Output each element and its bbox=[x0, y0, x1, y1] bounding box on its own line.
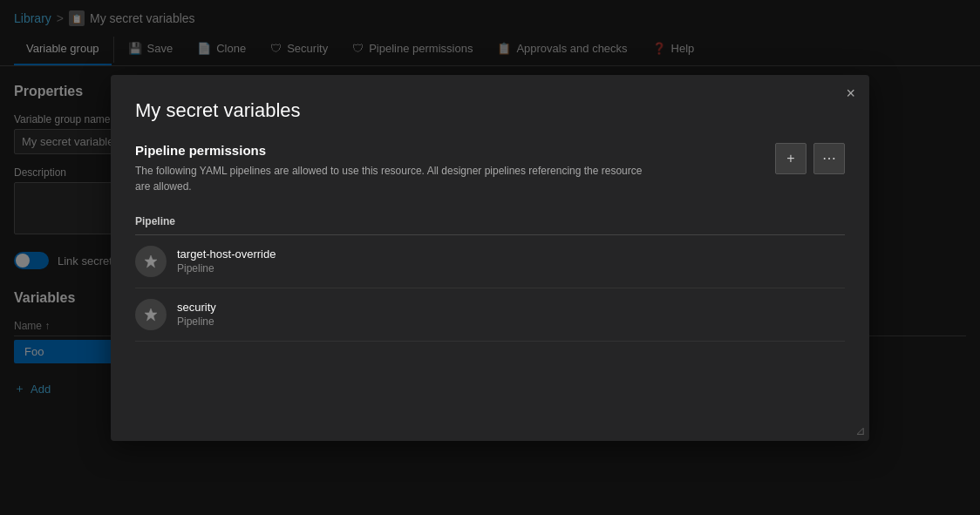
pipeline-name-0: target-host-override bbox=[177, 247, 276, 261]
pipeline-name-1: security bbox=[177, 301, 216, 314]
modal-close-button[interactable]: × bbox=[846, 85, 855, 101]
pipeline-list: target-host-override Pipeline security P… bbox=[135, 235, 845, 342]
pipeline-icon-1 bbox=[135, 299, 167, 330]
modal-resize-handle[interactable]: ⊿ bbox=[855, 424, 866, 437]
more-options-button[interactable]: ⋯ bbox=[813, 143, 845, 174]
modal-pipeline-permissions-section: Pipeline permissions The following YAML … bbox=[135, 143, 845, 194]
modal-overlay[interactable]: × My secret variables Pipeline permissio… bbox=[0, 0, 980, 515]
pipeline-column-header: Pipeline bbox=[135, 208, 845, 235]
pipeline-item-1[interactable]: security Pipeline bbox=[135, 288, 845, 342]
add-pipeline-button[interactable]: + bbox=[775, 143, 806, 174]
modal-section-description: The following YAML pipelines are allowed… bbox=[135, 163, 658, 194]
pipeline-type-0: Pipeline bbox=[177, 262, 276, 274]
pipeline-info-0: target-host-override Pipeline bbox=[177, 247, 276, 274]
pipeline-item-0[interactable]: target-host-override Pipeline bbox=[135, 235, 845, 288]
pipeline-type-1: Pipeline bbox=[177, 315, 216, 328]
pipeline-icon-0 bbox=[135, 246, 167, 277]
modal-section-title: Pipeline permissions bbox=[135, 143, 775, 158]
modal-section-info: Pipeline permissions The following YAML … bbox=[135, 143, 775, 194]
pipeline-info-1: security Pipeline bbox=[177, 301, 216, 328]
modal-title: My secret variables bbox=[135, 99, 845, 122]
modal-actions: + ⋯ bbox=[775, 143, 845, 174]
pipeline-permissions-modal: × My secret variables Pipeline permissio… bbox=[111, 75, 869, 441]
